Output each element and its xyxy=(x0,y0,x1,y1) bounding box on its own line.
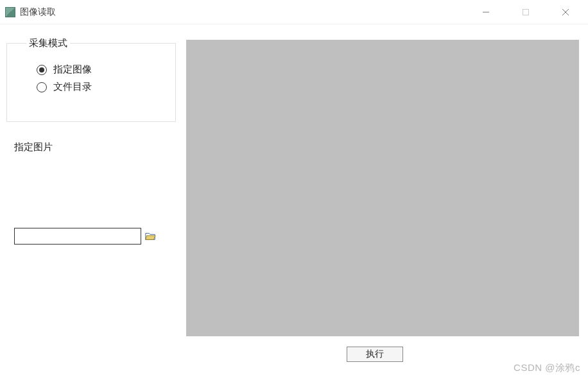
radio-icon xyxy=(37,65,47,75)
minimize-button[interactable] xyxy=(466,0,506,24)
open-file-icon xyxy=(144,230,156,242)
execute-button[interactable]: 执行 xyxy=(347,347,403,362)
watermark: CSDN @涂鸦c xyxy=(514,362,580,374)
radio-file-dir-label: 文件目录 xyxy=(53,81,92,93)
radio-specify-image[interactable]: 指定图像 xyxy=(37,64,156,76)
path-row xyxy=(14,228,176,245)
radio-specify-image-label: 指定图像 xyxy=(53,64,92,76)
image-viewport xyxy=(186,40,579,336)
radio-checked-dot xyxy=(39,67,44,73)
close-button[interactable] xyxy=(546,0,585,24)
image-path-input[interactable] xyxy=(14,228,141,245)
maximize-button xyxy=(506,0,546,24)
browse-button[interactable] xyxy=(143,228,158,245)
content-area: 采集模式 指定图像 文件目录 指定图片 执行 xyxy=(0,24,588,378)
window-controls xyxy=(466,0,585,24)
left-panel: 采集模式 指定图像 文件目录 指定图片 xyxy=(6,37,176,245)
close-icon xyxy=(562,8,569,16)
specify-image-label: 指定图片 xyxy=(14,141,176,153)
titlebar: 图像读取 xyxy=(0,0,588,24)
window-title: 图像读取 xyxy=(20,6,56,18)
minimize-icon xyxy=(482,8,490,16)
svg-rect-1 xyxy=(523,9,529,15)
maximize-icon xyxy=(522,8,530,16)
app-icon xyxy=(5,7,15,17)
capture-mode-group: 采集模式 指定图像 文件目录 xyxy=(6,37,176,122)
radio-file-dir[interactable]: 文件目录 xyxy=(37,81,156,93)
radio-icon xyxy=(37,82,47,92)
capture-mode-legend: 采集模式 xyxy=(26,37,70,49)
